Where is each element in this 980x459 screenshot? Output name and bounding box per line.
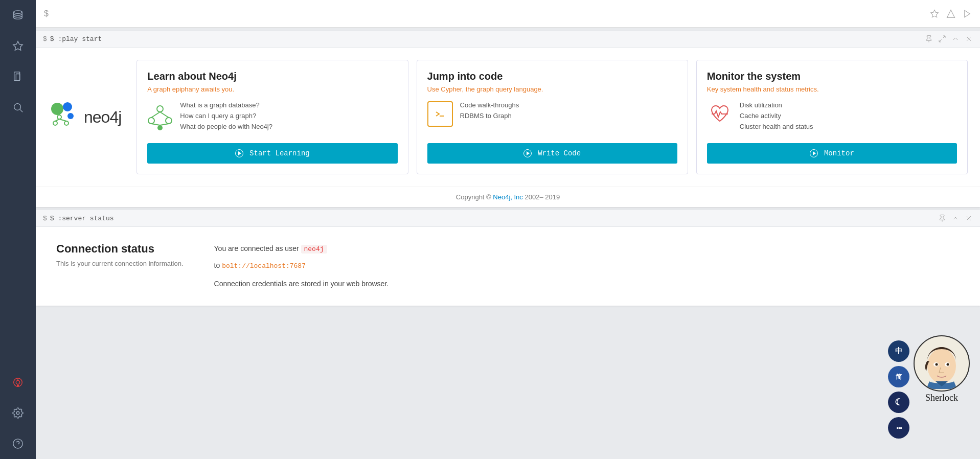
monitor-link-3[interactable]: Cluster health and status [740, 123, 813, 130]
learn-card-btn-area: Start Learning [147, 134, 397, 164]
server-status-panel: $ $ :server status Connection status [36, 210, 980, 306]
play-panel-header: $ $ :play start [36, 31, 980, 48]
sidebar-icon-favorites[interactable] [8, 36, 28, 56]
learn-link-3[interactable]: What do people do with Neo4j? [180, 123, 272, 130]
lang-zh-button[interactable]: 中 [888, 340, 909, 362]
code-card: Jump into code Use Cypher, the graph que… [417, 60, 688, 174]
start-learning-button[interactable]: Start Learning [147, 143, 397, 164]
sidebar-icon-settings[interactable] [8, 403, 28, 423]
svg-point-31 [166, 118, 172, 124]
query-bar: $ [36, 0, 980, 28]
server-panel-header: $ $ :server status [36, 210, 980, 227]
expand-icon[interactable] [938, 35, 946, 43]
sidebar-icon-documents[interactable] [8, 66, 28, 87]
connection-info-left: Connection status This is your current c… [56, 242, 184, 290]
query-input[interactable] [53, 10, 930, 18]
lang-dots-button[interactable]: ··· [888, 417, 909, 439]
server-panel-body: Connection status This is your current c… [36, 227, 980, 306]
sidebar-icon-database[interactable] [8, 5, 28, 26]
code-card-body: Code walk-throughs RDBMS to Graph [427, 101, 677, 134]
svg-rect-2 [14, 72, 20, 81]
svg-line-36 [160, 124, 169, 125]
star-query-icon[interactable] [930, 9, 939, 18]
lang-moon-button[interactable]: ☾ [888, 392, 909, 413]
upload-query-icon[interactable] [946, 9, 955, 18]
copyright-text: Copyright © [456, 193, 493, 201]
copyright-year: 2002– 2019 [525, 193, 560, 201]
cards-container: Learn about Neo4j A graph epiphany await… [136, 60, 968, 174]
run-query-icon[interactable] [963, 9, 972, 18]
svg-line-28 [59, 119, 66, 121]
code-card-btn-area: Write Code [427, 134, 677, 164]
server-collapse-icon[interactable] [951, 214, 960, 222]
svg-point-7 [16, 380, 19, 384]
connected-user-line: You are connected as user neo4j [214, 242, 389, 255]
main-content: $ $ $ :play start [36, 0, 980, 459]
collapse-icon[interactable] [951, 35, 960, 43]
monitor-card-btn-area: Monitor [707, 134, 957, 164]
learn-card-body: What is a graph database? How can I quer… [147, 101, 397, 134]
learn-card: Learn about Neo4j A graph epiphany await… [136, 60, 408, 174]
code-link-2[interactable]: RDBMS to Graph [460, 112, 519, 120]
sherlock-label: Sherlock [925, 393, 958, 403]
monitor-button[interactable]: Monitor [707, 143, 957, 164]
server-close-icon[interactable] [965, 214, 973, 222]
svg-marker-14 [947, 10, 955, 17]
svg-point-30 [148, 118, 154, 124]
monitor-card-body: Disk utilization Cache activity Cluster … [707, 101, 957, 134]
sidebar-icon-search[interactable] [8, 97, 28, 118]
learn-link-1[interactable]: What is a graph database? [180, 101, 272, 109]
learn-link-2[interactable]: How can I query a graph? [180, 112, 272, 120]
bolt-prefix: to [214, 261, 222, 269]
sidebar [0, 0, 36, 459]
start-learning-label: Start Learning [249, 149, 310, 157]
svg-line-35 [151, 124, 160, 125]
play-panel-body: neo4j Learn about Neo4j A graph epiphany… [36, 48, 980, 187]
server-panel-actions [938, 214, 973, 222]
bolt-url: bolt://localhost:7687 [222, 262, 306, 270]
sherlock-avatar [914, 335, 970, 392]
sidebar-icon-help[interactable] [8, 433, 28, 454]
svg-point-23 [67, 113, 74, 119]
svg-point-41 [927, 349, 956, 383]
graph-icon [147, 101, 173, 134]
svg-point-45 [947, 363, 949, 366]
monitor-card-subtitle: Key system health and status metrics. [707, 85, 957, 93]
sidebar-icon-connection[interactable] [8, 372, 28, 393]
code-link-1[interactable]: Code walk-throughs [460, 101, 519, 109]
code-card-subtitle: Use Cypher, the graph query language. [427, 85, 677, 93]
logo-text: neo4j [84, 108, 121, 127]
dollar-sign: $ [44, 9, 49, 18]
play-circle-icon [235, 149, 243, 157]
monitor-link-1[interactable]: Disk utilization [740, 101, 813, 109]
svg-marker-15 [965, 10, 970, 17]
terminal-icon [427, 101, 453, 127]
svg-line-5 [20, 109, 22, 112]
write-code-button[interactable]: Write Code [427, 143, 677, 164]
server-pin-icon[interactable] [938, 214, 946, 222]
svg-point-22 [63, 102, 72, 111]
monitor-link-2[interactable]: Cache activity [740, 112, 813, 120]
learn-card-links: What is a graph database? How can I quer… [180, 101, 272, 130]
code-card-links: Code walk-throughs RDBMS to Graph [460, 101, 519, 120]
bolt-line: to bolt://localhost:7687 [214, 259, 389, 272]
svg-point-43 [936, 363, 938, 366]
svg-marker-13 [931, 10, 939, 17]
copyright-bar: Copyright © Neo4j, Inc 2002– 2019 [36, 187, 980, 207]
svg-point-29 [157, 106, 163, 112]
play-command-text: $ :play start [50, 35, 102, 43]
floating-overlay: 中 简 ☾ ··· [888, 335, 970, 439]
connection-info-right: You are connected as user neo4j to bolt:… [214, 242, 389, 290]
lang-jian-button[interactable]: 简 [888, 366, 909, 387]
pin-icon[interactable] [925, 35, 933, 43]
neo4j-link[interactable]: Neo4j, Inc [493, 193, 523, 201]
svg-point-4 [14, 104, 21, 110]
neo4j-logo: neo4j [48, 102, 121, 132]
svg-point-11 [13, 439, 22, 448]
close-panel-icon[interactable] [965, 35, 973, 43]
server-command-text: $ :server status [50, 215, 114, 222]
svg-point-24 [57, 115, 61, 119]
play-circle-icon-3 [810, 149, 818, 157]
connection-title: Connection status [56, 242, 184, 256]
query-actions [930, 9, 972, 18]
